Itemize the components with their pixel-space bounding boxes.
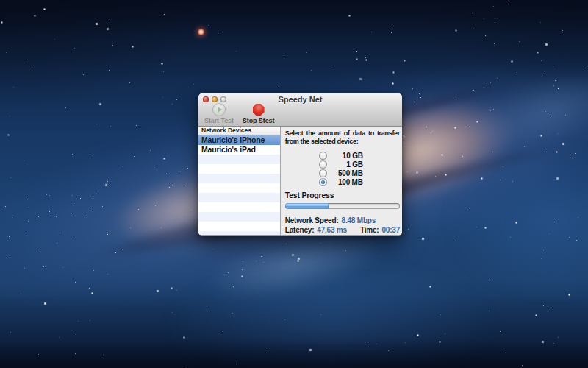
nebula-glow: [110, 243, 551, 368]
radio-icon: [319, 169, 327, 177]
window-title: Speedy Net: [198, 93, 402, 105]
data-size-radio-group: 10 GB 1 GB 500 MB 100 MB: [319, 151, 400, 186]
radio-option-500mb[interactable]: 500 MB: [319, 169, 400, 177]
data-panel: Select the amount of data to transfer fr…: [281, 127, 402, 235]
latency-value: 47.63 ms: [317, 225, 347, 235]
stop-icon: [253, 104, 265, 116]
time-value: 00:37: [381, 225, 400, 235]
start-test-label: Start Test: [204, 117, 234, 124]
red-star: [198, 29, 204, 35]
latency-label: Latency:: [285, 225, 315, 235]
prompt-text: Select the amount of data to transfer fr…: [285, 130, 400, 146]
stop-test-label: Stop Stest: [243, 117, 275, 124]
progress-bar: [285, 203, 400, 209]
star-field: [0, 0, 1, 1]
nebula-glow: [412, 118, 588, 324]
time-label: Time:: [360, 225, 379, 235]
device-row-ipad[interactable]: Mauricio's iPad: [198, 145, 280, 155]
device-list-empty-rows: [198, 155, 280, 235]
device-list: Network Devices Mauricio's iPhone Mauric…: [198, 127, 281, 235]
radio-option-1gb[interactable]: 1 GB: [319, 160, 400, 169]
radio-option-100mb[interactable]: 100 MB: [319, 177, 400, 186]
play-icon: [212, 103, 226, 116]
toolbar: Start Test Stop Stest: [198, 105, 402, 127]
star-dust: [434, 40, 588, 180]
network-speed-line: Network Speed: 8.48 Mbps: [285, 216, 400, 225]
speedy-net-window: Speedy Net Start Test Stop Stest Network…: [198, 93, 402, 236]
device-row-iphone[interactable]: Mauricio's iPhone: [198, 135, 280, 145]
star-field: [0, 0, 1, 1]
radio-icon: [319, 152, 327, 160]
stats: Network Speed: 8.48 Mbps Latency: 47.63 …: [285, 216, 400, 235]
start-test-button[interactable]: Start Test: [204, 103, 234, 124]
radio-label: 500 MB: [332, 169, 363, 177]
test-progress-label: Test Progress: [285, 191, 400, 199]
latency-time-line: Latency: 47.63 ms Time: 00:37: [285, 225, 400, 235]
window-content: Network Devices Mauricio's iPhone Mauric…: [198, 127, 402, 235]
radio-option-10gb[interactable]: 10 GB: [319, 151, 400, 160]
device-list-header: Network Devices: [198, 127, 280, 135]
radio-icon: [319, 178, 327, 186]
radio-label: 10 GB: [332, 152, 363, 160]
radio-label: 1 GB: [332, 160, 363, 169]
radio-label: 100 MB: [332, 178, 363, 186]
radio-icon: [319, 160, 327, 169]
star-field: [0, 0, 1, 1]
network-speed-label: Network Speed:: [285, 216, 339, 225]
stop-test-button[interactable]: Stop Stest: [243, 104, 275, 124]
title-bar[interactable]: Speedy Net: [198, 93, 402, 105]
network-speed-value: 8.48 Mbps: [342, 216, 376, 225]
progress-fill: [285, 203, 329, 209]
